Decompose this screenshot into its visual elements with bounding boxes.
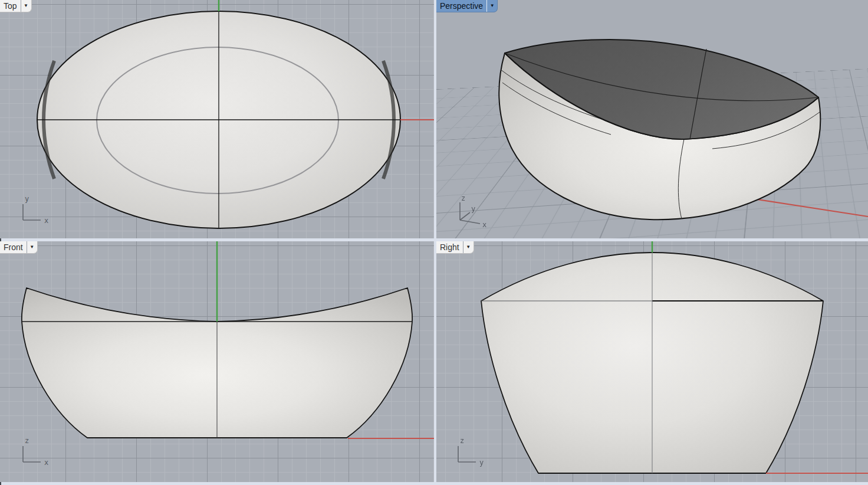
viewport-label-front[interactable]: Front ▼ bbox=[0, 241, 38, 254]
viewport-perspective[interactable]: z y x Perspective ▼ bbox=[436, 0, 868, 238]
viewport-menu-chevron-icon[interactable]: ▼ bbox=[463, 241, 474, 253]
viewport-label-top[interactable]: Top ▼ bbox=[0, 0, 32, 12]
viewport-top[interactable]: y x Top ▼ bbox=[0, 0, 434, 238]
axis-gizmo-perspective: z y x bbox=[453, 194, 494, 230]
viewport-title[interactable]: Right bbox=[436, 241, 463, 253]
axis-gizmo-right: z y bbox=[452, 435, 494, 468]
cad-four-view-workspace: y x Top ▼ bbox=[0, 0, 868, 485]
viewport-right[interactable]: z y Right ▼ bbox=[436, 241, 868, 482]
viewport-title[interactable]: Top bbox=[0, 0, 21, 12]
svg-text:x: x bbox=[482, 221, 486, 229]
svg-text:z: z bbox=[460, 437, 464, 445]
viewport-front[interactable]: z x Front ▼ bbox=[0, 241, 434, 482]
viewport-menu-chevron-icon[interactable]: ▼ bbox=[27, 241, 37, 253]
svg-text:y: y bbox=[471, 205, 475, 213]
viewport-label-perspective[interactable]: Perspective ▼ bbox=[436, 0, 498, 12]
viewport-title[interactable]: Front bbox=[0, 241, 27, 253]
svg-text:x: x bbox=[44, 217, 48, 225]
svg-text:y: y bbox=[479, 458, 484, 467]
svg-text:z: z bbox=[25, 437, 29, 445]
svg-text:z: z bbox=[461, 194, 465, 202]
viewport-label-right[interactable]: Right ▼ bbox=[436, 241, 474, 254]
viewport-menu-chevron-icon[interactable]: ▼ bbox=[21, 0, 31, 12]
svg-text:x: x bbox=[44, 458, 48, 467]
viewport-title[interactable]: Perspective bbox=[436, 0, 486, 12]
axis-gizmo-top: y x bbox=[17, 193, 58, 226]
viewport-menu-chevron-icon[interactable]: ▼ bbox=[486, 0, 497, 12]
axis-gizmo-front: z x bbox=[17, 435, 58, 468]
svg-text:y: y bbox=[25, 195, 29, 203]
